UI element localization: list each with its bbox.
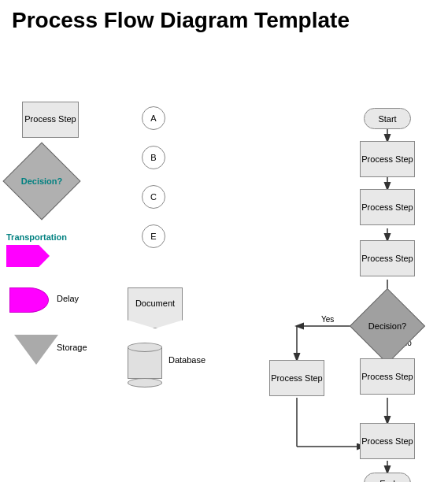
flow-step3: Process Step: [360, 240, 415, 276]
delay-label: Delay: [57, 294, 79, 303]
database-label: Database: [168, 355, 205, 365]
storage-label: Storage: [57, 343, 87, 352]
database-shape: [128, 343, 162, 393]
connector-e: E: [142, 224, 165, 248]
legend-process-step: Process Step: [22, 102, 79, 138]
transportation-label: Transportation: [6, 232, 67, 242]
document-shape: Document: [128, 287, 183, 328]
flow-step6: Process Step: [360, 423, 415, 459]
flow-start: Start: [364, 108, 411, 129]
flow-step2: Process Step: [360, 189, 415, 225]
connector-a: A: [142, 106, 165, 130]
flow-step1: Process Step: [360, 141, 415, 177]
transportation-arrow: [6, 245, 50, 267]
flow-step4: Process Step: [269, 360, 324, 396]
flow-end: End: [364, 473, 411, 482]
connector-b: B: [142, 146, 165, 169]
legend-decision-diamond: [3, 143, 81, 221]
delay-shape: [9, 287, 49, 313]
page-title: Process Flow Diagram Template: [0, 0, 448, 37]
diagram-area: Process Step Decision? Transportation De…: [0, 37, 448, 482]
connector-c: C: [142, 185, 165, 209]
legend-decision-wrap: Decision?: [14, 154, 69, 209]
storage-shape: [14, 335, 58, 365]
flow-decision-wrap: Decision?: [361, 299, 414, 353]
svg-text:Yes: Yes: [321, 315, 334, 324]
flow-decision-diamond: [350, 288, 425, 364]
flow-step5: Process Step: [360, 358, 415, 395]
